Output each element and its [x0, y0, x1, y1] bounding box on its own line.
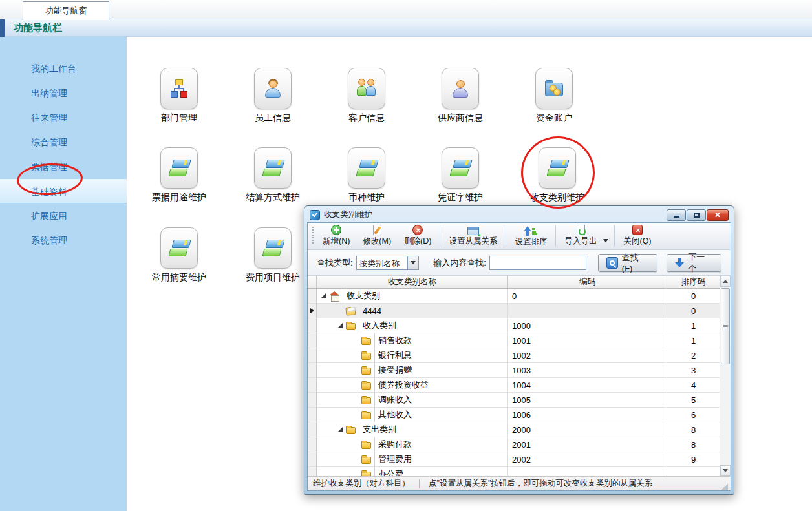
sidebar-item-general[interactable]: 综合管理 [0, 130, 127, 154]
app-capital-accounts[interactable]: 资金账户 [515, 68, 593, 124]
app-bill-purpose[interactable]: 票据用途维护 [140, 147, 218, 203]
sidebar-item-my-workbench[interactable]: 我的工作台 [0, 56, 127, 81]
scroll-up-button[interactable] [720, 276, 731, 287]
status-text-left: 维护收支类别（对方科目） [313, 478, 410, 489]
sidebar-item-cashier[interactable]: 出纳管理 [0, 81, 127, 105]
header-accent-bar [0, 19, 5, 37]
sidebar-item-basic-data[interactable]: 基础资料 [0, 179, 127, 203]
dialog-titlebar[interactable]: 收支类别维护 [307, 206, 731, 222]
row-selector [308, 348, 317, 363]
close-button[interactable] [707, 209, 729, 221]
edit-icon [373, 225, 381, 235]
sidebar-item-contacts[interactable]: 往来管理 [0, 105, 127, 130]
delete-icon [412, 225, 423, 235]
import-export-dropdown-caret[interactable] [603, 239, 608, 242]
app-supplier-info[interactable]: 供应商信息 [422, 68, 499, 124]
table-row[interactable]: 银行利息 1002 2 [308, 348, 720, 363]
search-input[interactable] [489, 256, 586, 270]
edit-button[interactable]: 修改(M) [356, 223, 398, 249]
row-selector [308, 452, 317, 467]
maximize-button[interactable] [687, 209, 706, 221]
table-row[interactable]: 管理费用 2002 9 [308, 452, 720, 467]
add-button[interactable]: 新增(N) [316, 223, 356, 249]
arrow-down-icon [675, 258, 684, 267]
scrollbar-track[interactable] [720, 287, 731, 465]
app-common-summary[interactable]: 常用摘要维护 [140, 227, 218, 284]
row-selector [308, 378, 317, 393]
resize-grip[interactable] [721, 483, 728, 490]
vertical-scrollbar[interactable] [720, 276, 731, 476]
app-settlement-method[interactable]: 结算方式维护 [234, 147, 312, 203]
minimize-button[interactable] [667, 209, 686, 221]
app-employee-info[interactable]: 员工信息 [234, 68, 312, 124]
toolbar-separator [440, 225, 440, 247]
books-icon [160, 227, 198, 269]
close-dialog-button[interactable]: 关闭(Q) [617, 223, 657, 249]
table-row[interactable]: 债券投资收益 1004 4 [308, 378, 720, 393]
set-relation-button[interactable]: 设置从属关系 [442, 223, 504, 249]
find-button[interactable]: 查找(F) [598, 254, 657, 272]
toolbar-grip [311, 227, 314, 245]
category-table: 收支类别名称 编码 排序码 收支类别 0 0 [308, 276, 731, 476]
add-icon [331, 225, 341, 235]
app-currency-maintenance[interactable]: 币种维护 [328, 147, 405, 203]
close-icon [715, 212, 721, 218]
app-customer-info[interactable]: 客户信息 [328, 68, 405, 124]
home-icon [329, 291, 339, 300]
table-row[interactable]: 采购付款 2001 8 [308, 437, 720, 452]
search-type-select[interactable]: 按类别名称 [356, 256, 420, 270]
sidebar-item-bills[interactable]: 票据管理 [0, 154, 127, 179]
scroll-down-button[interactable] [720, 465, 731, 476]
current-row-icon [310, 308, 314, 313]
app-voucher-word[interactable]: 凭证字维护 [422, 147, 499, 203]
dialog-toolbar: 新增(N) 修改(M) 删除(D) 设置从属关系 设置排序 [308, 223, 731, 250]
expand-icon[interactable] [337, 323, 343, 328]
table-row[interactable]: 支出类别 2000 8 [308, 422, 720, 437]
table-row[interactable]: 调账收入 1005 5 [308, 393, 720, 408]
expand-icon[interactable] [337, 427, 343, 432]
table-row[interactable]: 销售收款 1001 1 [308, 333, 720, 348]
column-header-sort[interactable]: 排序码 [667, 276, 720, 288]
close-square-icon [632, 225, 643, 235]
scroll-up-icon [723, 280, 728, 283]
folder-icon [361, 353, 371, 360]
app-department-management[interactable]: 部门管理 [140, 68, 218, 124]
books-icon [539, 147, 576, 189]
folder-icon [361, 472, 371, 476]
row-selector [308, 467, 317, 476]
column-header-code[interactable]: 编码 [508, 276, 667, 288]
tab-function-nav[interactable]: 功能导航窗 [23, 1, 109, 20]
toolbar-separator [555, 225, 556, 247]
sidebar-item-system[interactable]: 系统管理 [0, 228, 127, 253]
table-row-partial[interactable]: 办公费 [308, 467, 720, 476]
import-export-button[interactable]: 导入导出 [558, 224, 603, 249]
tab-label: 功能导航窗 [45, 5, 87, 17]
row-selector [308, 437, 317, 452]
column-header-name[interactable]: 收支类别名称 [317, 276, 508, 288]
folder-icon [361, 397, 371, 404]
scrollbar-thumb[interactable] [721, 288, 730, 364]
set-sort-button[interactable]: 设置排序 [508, 223, 553, 249]
delete-button[interactable]: 删除(D) [398, 223, 438, 249]
table-row-selected[interactable]: 4444 0 [308, 304, 720, 318]
relation-icon [467, 227, 479, 235]
select-dropdown-button[interactable] [407, 256, 418, 269]
books-icon [254, 227, 292, 269]
sort-icon [524, 225, 537, 236]
sidebar-item-extensions[interactable]: 扩展应用 [0, 203, 127, 228]
expand-icon[interactable] [321, 293, 326, 298]
employee-icon [254, 68, 292, 109]
app-income-expense-category[interactable]: 收支类别维护 [518, 147, 596, 203]
folder-icon [346, 323, 356, 330]
dialog-title: 收支类别维护 [324, 209, 663, 220]
table-row[interactable]: 收入类别 1000 1 [308, 318, 720, 333]
books-icon [160, 147, 198, 189]
table-rows: 收支类别 0 0 4444 0 [308, 289, 720, 476]
row-selector [308, 408, 317, 422]
table-row[interactable]: 其他收入 1006 6 [308, 408, 720, 422]
table-row[interactable]: 收支类别 0 0 [308, 289, 720, 304]
app-expense-item[interactable]: 费用项目维护 [234, 227, 312, 284]
table-row[interactable]: 接受捐赠 1003 3 [308, 363, 720, 378]
next-button[interactable]: 下一个 [667, 254, 721, 272]
status-bar: 维护收支类别（对方科目） 点"设置从属关系"按钮后，即可拖动可改变收支类别的从属… [308, 476, 731, 490]
